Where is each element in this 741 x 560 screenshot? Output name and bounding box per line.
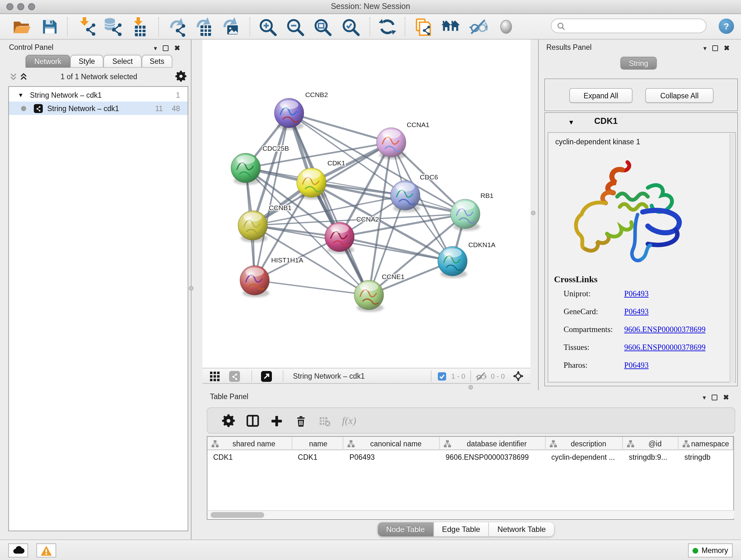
tree-expander-icon[interactable]: ▼ xyxy=(18,91,23,98)
tab-select[interactable]: Select xyxy=(104,55,142,68)
entry-expander-icon[interactable]: ▼ xyxy=(568,119,575,126)
search-box[interactable] xyxy=(551,18,706,33)
eye-orb-icon[interactable] xyxy=(495,16,518,38)
table-cell[interactable]: CDK1 xyxy=(207,450,292,463)
network-node-HIST1H1A[interactable]: HIST1H1A xyxy=(240,256,303,297)
table-cell[interactable]: 9606.ENSP00000378699 xyxy=(440,450,545,463)
network-edge[interactable] xyxy=(289,113,391,142)
column-header-canonical-name[interactable]: canonical name xyxy=(344,437,440,450)
column-header-namespace[interactable]: namespace xyxy=(678,437,733,450)
tab-style[interactable]: Style xyxy=(70,55,104,68)
zoom-in-icon[interactable] xyxy=(256,16,279,38)
network-node-CCNA1[interactable]: CCNA1 xyxy=(377,121,429,159)
network-share-gray-icon[interactable] xyxy=(229,370,240,382)
splitter-handle[interactable] xyxy=(189,286,193,291)
table-cell[interactable]: P06493 xyxy=(344,450,440,463)
zoom-out-icon[interactable] xyxy=(283,16,307,38)
collapse-panel-icon[interactable]: ▾ xyxy=(703,394,706,401)
crosslink-value-link[interactable]: P06493 xyxy=(624,307,649,317)
crosslink-value-link[interactable]: 9606.ENSP00000378699 xyxy=(624,325,705,334)
detach-view-icon[interactable] xyxy=(261,370,272,382)
scrollbar-thumb[interactable] xyxy=(211,512,264,518)
show-columns-icon[interactable] xyxy=(242,411,264,431)
float-panel-icon[interactable] xyxy=(163,45,169,51)
column-header-name[interactable]: name xyxy=(292,437,344,450)
selected-checkbox-icon[interactable] xyxy=(438,370,446,382)
close-panel-icon[interactable]: ✖ xyxy=(174,44,180,52)
memory-button[interactable]: Memory xyxy=(688,543,733,557)
table-row[interactable]: CDK1CDK1P064939606.ENSP00000378699cyclin… xyxy=(207,450,733,463)
close-panel-icon[interactable]: ✖ xyxy=(724,44,730,52)
tab-edge-table[interactable]: Edge Table xyxy=(434,522,489,537)
footer-separator xyxy=(470,370,471,382)
network-row[interactable]: String Network – cdk1 11 48 xyxy=(9,102,188,115)
network-node-CDKN1A[interactable]: CDKN1A xyxy=(438,241,495,278)
column-header-description[interactable]: description xyxy=(545,437,623,450)
collapse-all-button[interactable]: Collapse All xyxy=(645,88,714,103)
import-database-icon[interactable] xyxy=(102,16,125,38)
birds-eye-icon[interactable] xyxy=(513,370,524,382)
homes-icon[interactable] xyxy=(439,16,462,38)
warning-icon[interactable] xyxy=(37,543,56,557)
network-edge[interactable] xyxy=(340,237,453,261)
collapse-panel-icon[interactable]: ▾ xyxy=(154,44,157,51)
close-panel-icon[interactable]: ✖ xyxy=(723,393,729,401)
save-session-icon[interactable] xyxy=(38,16,61,38)
title-bar[interactable]: Session: New Session xyxy=(0,0,741,14)
crosslink-value-link[interactable]: P06493 xyxy=(624,289,649,299)
refresh-layout-icon[interactable] xyxy=(376,16,399,38)
column-header-shared-name[interactable]: shared name xyxy=(207,437,292,450)
column-header-database-identifier[interactable]: database identifier xyxy=(440,437,545,450)
tab-network-table[interactable]: Network Table xyxy=(489,522,554,537)
network-canvas[interactable]: CCNB2CCNA1CDC25BCDK1CDC6RB1CCNB1CCNA2CDK… xyxy=(202,40,530,368)
table-cell[interactable]: stringdb:9... xyxy=(623,450,679,463)
table-cell[interactable]: stringdb xyxy=(678,450,733,463)
zoom-fit-icon[interactable] xyxy=(311,16,334,38)
network-node-RB1[interactable]: RB1 xyxy=(451,192,493,231)
tab-node-table[interactable]: Node Table xyxy=(378,522,434,537)
expand-all-button[interactable]: Expand All xyxy=(569,88,632,103)
add-column-icon[interactable] xyxy=(266,411,287,431)
horizontal-scrollbar[interactable] xyxy=(208,510,734,518)
table-cell[interactable]: CDK1 xyxy=(292,450,344,463)
hidden-eye-slash-icon[interactable] xyxy=(475,370,486,382)
network-node-CCNB2[interactable]: CCNB2 xyxy=(274,91,328,130)
table-settings-gear-icon[interactable] xyxy=(218,411,239,431)
footer-separator xyxy=(252,370,252,382)
float-panel-icon[interactable] xyxy=(712,394,718,400)
search-input[interactable] xyxy=(568,20,702,32)
network-edge[interactable] xyxy=(255,280,369,295)
tab-network[interactable]: Network xyxy=(25,55,70,68)
export-table-icon[interactable] xyxy=(193,16,216,38)
collapse-panel-icon[interactable]: ▾ xyxy=(703,44,706,51)
table-cell[interactable]: cyclin-dependent ... xyxy=(545,450,623,463)
main-toolbar: ? xyxy=(0,14,741,40)
splitter-handle[interactable] xyxy=(531,211,536,215)
gear-icon[interactable] xyxy=(175,70,187,85)
column-header-id[interactable]: @id xyxy=(623,437,679,450)
cloud-icon[interactable] xyxy=(8,543,28,557)
crosslink-value-link[interactable]: P06493 xyxy=(624,361,649,370)
zoom-selected-icon[interactable] xyxy=(339,16,362,38)
tab-string[interactable]: String xyxy=(620,57,657,70)
help-icon[interactable]: ? xyxy=(719,18,734,34)
node-label: CCNB1 xyxy=(269,204,291,211)
chevron-double-up-icon[interactable] xyxy=(20,71,27,83)
export-image-icon[interactable] xyxy=(219,16,243,38)
open-session-icon[interactable] xyxy=(10,16,33,38)
copy-document-icon[interactable] xyxy=(412,16,435,38)
hide-glasses-icon[interactable] xyxy=(467,16,489,38)
network-collection-row[interactable]: ▼ String Network – cdk1 1 xyxy=(9,88,188,102)
import-network-icon[interactable] xyxy=(76,16,99,38)
grid-view-icon[interactable] xyxy=(210,370,219,382)
network-node-CDK1[interactable]: CDK1 xyxy=(297,159,345,199)
delete-column-icon[interactable] xyxy=(290,411,312,431)
import-table-icon[interactable] xyxy=(128,16,151,38)
float-panel-icon[interactable] xyxy=(712,45,718,51)
chevron-double-down-icon[interactable] xyxy=(10,71,17,83)
vertical-scrollbar[interactable] xyxy=(730,133,735,382)
splitter-handle[interactable] xyxy=(468,385,473,389)
tab-sets[interactable]: Sets xyxy=(142,55,172,68)
export-network-icon[interactable] xyxy=(166,16,189,38)
crosslink-value-link[interactable]: 9606.ENSP00000378699 xyxy=(624,343,705,353)
